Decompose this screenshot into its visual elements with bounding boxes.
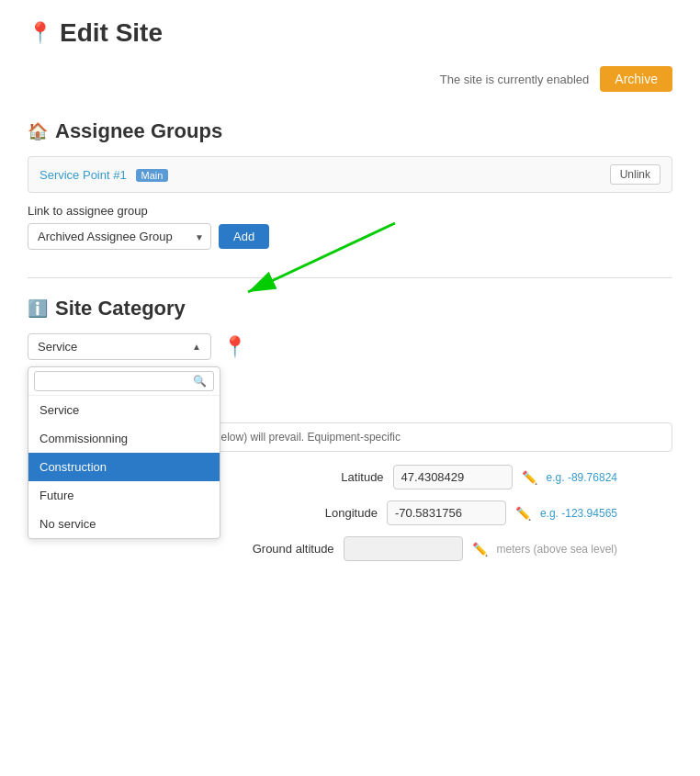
assignee-row: Service Point #1 Main Unlink	[28, 156, 672, 193]
longitude-input[interactable]	[387, 500, 506, 525]
main-badge: Main	[136, 169, 169, 182]
map-pin-icon: 📍	[222, 335, 247, 359]
latitude-label: Latitude	[292, 470, 384, 484]
site-category-section: ℹ️ Site Category Service ▲ 🔍 Service Com…	[28, 297, 672, 360]
category-select-box[interactable]: Service ▲	[28, 333, 211, 360]
category-selected-value: Service	[38, 340, 77, 354]
service-point-link[interactable]: Service Point #1	[40, 168, 127, 182]
latitude-edit-icon[interactable]: ✏️	[522, 470, 537, 485]
info-icon: ℹ️	[28, 298, 48, 319]
dropdown-option-construction[interactable]: Construction	[28, 453, 220, 481]
unlink-button[interactable]: Unlink	[610, 164, 660, 185]
house-icon: 🏠	[28, 121, 48, 141]
longitude-edit-icon[interactable]: ✏️	[515, 506, 531, 521]
longitude-label: Longitude	[286, 506, 378, 520]
location-pin-icon: 📍	[28, 21, 52, 45]
altitude-input[interactable]	[344, 536, 463, 561]
assignee-groups-title: Assignee Groups	[55, 119, 222, 143]
dropdown-option-commissionning[interactable]: Commissionning	[28, 424, 220, 453]
altitude-edit-icon[interactable]: ✏️	[472, 542, 488, 557]
altitude-label: Ground altitude	[243, 542, 334, 556]
dropdown-option-service[interactable]: Service	[28, 396, 220, 424]
caret-up-icon: ▲	[192, 342, 201, 352]
altitude-unit: meters (above sea level)	[497, 543, 617, 556]
latitude-example: e.g. -89.76824	[547, 471, 617, 484]
page-title: Edit Site	[60, 18, 163, 48]
assignee-group-select-wrapper: Archived Assignee Group	[28, 223, 211, 250]
ground-altitude-row: Ground altitude ✏️ meters (above sea lev…	[28, 536, 672, 561]
section-divider	[28, 277, 672, 278]
archive-button[interactable]: Archive	[600, 66, 672, 92]
add-assignee-button[interactable]: Add	[219, 224, 269, 249]
category-dropdown-popup: 🔍 Service Commissionning Construction Fu…	[28, 366, 220, 539]
longitude-example: e.g. -123.94565	[540, 507, 617, 520]
assignee-groups-section: 🏠 Assignee Groups Service Point #1 Main …	[28, 119, 672, 250]
link-label: Link to assignee group	[28, 204, 672, 218]
category-select-row: Service ▲ 🔍 Service Commissionning Const…	[28, 333, 672, 360]
latitude-input[interactable]	[393, 465, 513, 489]
dropdown-search-input[interactable]	[34, 371, 214, 391]
dropdown-search-box: 🔍	[28, 367, 220, 396]
site-status-text: The site is currently enabled	[440, 73, 590, 86]
dropdown-option-noservice[interactable]: No service	[28, 510, 220, 538]
dropdown-option-future[interactable]: Future	[28, 481, 220, 510]
site-category-title: Site Category	[55, 297, 186, 321]
assignee-group-select[interactable]: Archived Assignee Group	[28, 223, 211, 250]
